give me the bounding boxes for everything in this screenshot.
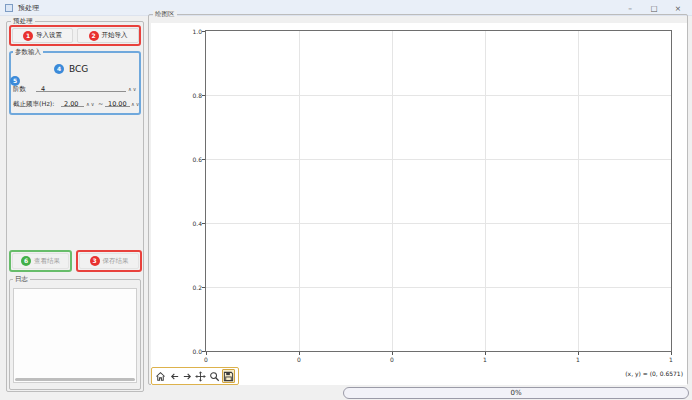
log-textarea[interactable] xyxy=(13,288,137,383)
gridline-vertical xyxy=(299,31,300,351)
save-figure-icon[interactable] xyxy=(222,369,235,383)
order-label: 阶数 xyxy=(13,85,26,94)
forward-icon[interactable] xyxy=(182,369,193,383)
y-tick-mark xyxy=(202,31,205,32)
x-tick-mark xyxy=(299,352,300,355)
x-tick-label: 1 xyxy=(576,356,580,363)
back-icon[interactable] xyxy=(168,369,179,383)
plot-group-label: 绘图区 xyxy=(153,10,177,18)
log-group-label: 日志 xyxy=(13,275,30,283)
x-tick-label: 0 xyxy=(390,356,394,363)
window-title: 预处理 xyxy=(18,3,39,13)
signal-type-value[interactable]: BCG xyxy=(69,64,88,74)
view-result-label: 查看结果 xyxy=(34,257,60,266)
gridline-vertical xyxy=(392,31,393,351)
gridline-horizontal xyxy=(206,287,671,288)
log-hscrollbar[interactable] xyxy=(15,378,135,381)
zoom-icon[interactable] xyxy=(209,369,220,383)
y-tick-label: 0.2 xyxy=(184,284,202,291)
x-tick-mark xyxy=(578,352,579,355)
step-badge-6: 6 xyxy=(21,256,31,266)
save-result-label: 保存结果 xyxy=(103,257,129,266)
y-tick-label: 0.0 xyxy=(184,348,202,355)
progress-bar: 0% xyxy=(343,387,689,399)
view-result-button[interactable]: 6 查看结果 xyxy=(12,253,69,269)
start-import-label: 开始导入 xyxy=(102,31,128,40)
x-tick-mark xyxy=(671,352,672,355)
cutoff-high-value[interactable]: 10.00 xyxy=(108,100,127,108)
cutoff-low-value[interactable]: 2.00 xyxy=(64,100,78,108)
x-tick-label: 0 xyxy=(204,356,208,363)
param-input-group-label: 参数输入 xyxy=(13,48,43,56)
y-tick-label: 0.6 xyxy=(184,156,202,163)
app-icon xyxy=(5,4,13,12)
x-tick-label: 1 xyxy=(483,356,487,363)
preprocess-group-label: 预处理 xyxy=(11,17,35,25)
y-tick-mark xyxy=(202,223,205,224)
order-spin-arrows-icon[interactable]: ∧∨ xyxy=(128,86,137,92)
gridline-horizontal xyxy=(206,159,671,160)
progress-label: 0% xyxy=(510,389,521,397)
order-value[interactable]: 4 xyxy=(41,85,45,93)
y-tick-label: 1.0 xyxy=(184,28,202,35)
y-tick-label: 0.4 xyxy=(184,220,202,227)
x-tick-label: 1 xyxy=(669,356,673,363)
x-tick-mark xyxy=(485,352,486,355)
y-tick-mark xyxy=(202,351,205,352)
gridline-vertical xyxy=(485,31,486,351)
home-icon[interactable] xyxy=(155,369,166,383)
x-tick-label: 0 xyxy=(297,356,301,363)
plot-toolbar xyxy=(151,367,239,385)
x-tick-mark xyxy=(206,352,207,355)
start-import-button[interactable]: 2 开始导入 xyxy=(77,28,139,43)
cutoff-label: 截止频率(Hz): xyxy=(13,100,55,109)
step-badge-2: 2 xyxy=(89,31,99,41)
y-tick-mark xyxy=(202,159,205,160)
step-badge-1: 1 xyxy=(23,31,33,41)
save-result-button[interactable]: 3 保存结果 xyxy=(79,253,139,269)
cutoff-tilde: ~ xyxy=(98,100,103,108)
gridline-vertical xyxy=(578,31,579,351)
pan-icon[interactable] xyxy=(195,369,206,383)
cutoff-high-spin-arrows-icon[interactable]: ∧∨ xyxy=(131,101,140,107)
plot-area[interactable]: 0001111.00.80.60.40.20.0 xyxy=(205,30,672,352)
cursor-coords-readout: (x, y) = (0, 0.6571) xyxy=(625,370,683,377)
y-tick-mark xyxy=(202,95,205,96)
cutoff-low-spin-arrows-icon[interactable]: ∧∨ xyxy=(86,101,95,107)
step-badge-3: 3 xyxy=(90,256,100,266)
x-tick-mark xyxy=(392,352,393,355)
y-tick-label: 0.8 xyxy=(184,92,202,99)
gridline-horizontal xyxy=(206,223,671,224)
y-tick-mark xyxy=(202,287,205,288)
order-spinbox[interactable] xyxy=(36,82,126,92)
gridline-horizontal xyxy=(206,95,671,96)
import-settings-button[interactable]: 1 导入设置 xyxy=(12,28,73,43)
import-settings-label: 导入设置 xyxy=(36,31,62,40)
step-badge-4: 4 xyxy=(54,64,64,74)
